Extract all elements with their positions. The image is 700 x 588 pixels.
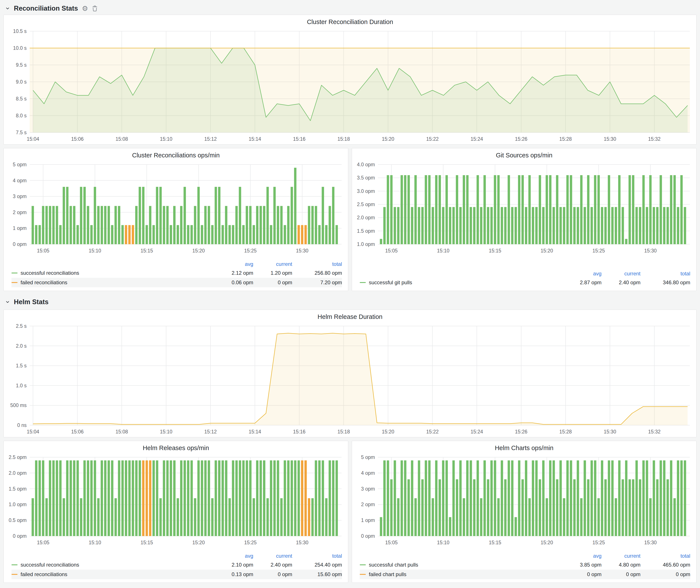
svg-text:15:04: 15:04 [27,136,39,142]
panel-title[interactable]: Helm Releases ops/min [4,441,348,453]
svg-text:15:30: 15:30 [644,540,657,545]
legend-value: 0.13 opm [210,571,253,577]
legend-series-label[interactable]: successful reconciliations [11,270,210,276]
helm-charts-opm-chart[interactable]: 15:0515:1015:1515:2015:2515:300 opm1 opm… [352,453,696,548]
legend-value: 2.40 opm [253,562,292,568]
svg-text:15:12: 15:12 [204,136,217,142]
panel-git-sources-opm: Git Sources ops/min 15:0515:1015:1515:20… [352,148,697,291]
svg-text:2.0 s: 2.0 s [16,343,27,349]
panel-title[interactable]: Git Sources ops/min [352,148,696,161]
series-color-dash [11,273,18,273]
svg-text:0 opm: 0 opm [13,241,27,247]
series-color-dash [11,282,18,283]
legend-sort-avg[interactable]: avg [210,261,253,267]
cluster-reconciliations-opm-chart[interactable]: 15:0515:1015:1515:2015:2515:300 opm1 opm… [4,161,348,256]
panel-cluster-reconciliation-duration: Cluster Reconciliation Duration 15:0415:… [3,15,697,145]
svg-text:15:18: 15:18 [337,429,350,435]
svg-text:3 opm: 3 opm [361,486,375,492]
legend-sort-total[interactable]: total [640,271,690,277]
svg-text:15:08: 15:08 [116,136,128,142]
series-color-dash [360,282,366,283]
chevron-down-icon[interactable] [5,6,10,11]
legend-sort-total[interactable]: total [292,553,342,559]
svg-text:15:22: 15:22 [426,429,439,435]
svg-text:15:05: 15:05 [385,540,398,545]
panel-cluster-reconciliations-opm: Cluster Reconciliations ops/min 15:0515:… [3,148,348,291]
svg-text:2.0 opm: 2.0 opm [357,215,375,220]
legend-value: 346.80 opm [640,279,690,286]
panel-title[interactable]: Helm Charts ops/min [352,441,696,453]
svg-text:4 opm: 4 opm [361,470,375,476]
legend-value: 2.40 opm [602,279,640,286]
legend-sort-current[interactable]: current [602,271,640,277]
svg-text:15:10: 15:10 [160,429,173,435]
svg-text:1.5 opm: 1.5 opm [357,228,375,234]
legend-series-label[interactable]: failed reconciliations [11,279,210,286]
legend-row: failed reconciliations0.13 opm0 opm15.60… [11,570,342,579]
legend-value: 2.12 opm [210,270,253,276]
legend-header-row: avgcurrenttotal [360,270,690,278]
legend-sort-current[interactable]: current [253,553,292,559]
svg-text:15:16: 15:16 [293,429,306,435]
dashboard: Reconciliation Stats ⚙ Cluster Reconcili… [0,0,700,586]
legend: avgcurrenttotalsuccessful git pulls2.87 … [352,270,696,291]
chevron-down-icon[interactable] [5,300,10,304]
gear-icon[interactable]: ⚙ [82,5,88,12]
svg-text:15:20: 15:20 [541,540,553,545]
legend-value: 0 opm [558,571,602,577]
legend-series-label[interactable]: failed chart pulls [360,571,558,577]
legend-series-label[interactable]: successful reconciliations [11,562,210,568]
legend: avgcurrenttotalsuccessful chart pulls3.8… [352,552,696,583]
legend-value: 15.60 opm [292,571,342,577]
svg-text:15:16: 15:16 [293,136,306,142]
trash-icon[interactable] [92,5,98,12]
legend-sort-avg[interactable]: avg [558,553,602,559]
svg-text:15:14: 15:14 [249,136,261,142]
svg-text:15:24: 15:24 [471,429,483,435]
svg-text:15:30: 15:30 [296,540,308,545]
svg-text:1.0 opm: 1.0 opm [357,241,375,247]
legend-series-label[interactable]: successful chart pulls [360,562,558,568]
svg-text:15:10: 15:10 [160,136,173,142]
git-sources-opm-chart[interactable]: 15:0515:1015:1515:2015:2515:301.0 opm1.5… [352,161,696,256]
legend-value: 4.80 opm [602,562,640,568]
svg-text:15:25: 15:25 [592,540,605,545]
legend-value: 3.85 opm [558,562,602,568]
svg-text:2.5 opm: 2.5 opm [357,202,375,207]
legend-sort-total[interactable]: total [640,553,690,559]
legend-series-label[interactable]: failed reconciliations [11,571,210,577]
svg-text:15:22: 15:22 [426,136,439,142]
legend-sort-current[interactable]: current [253,261,292,267]
legend-sort-total[interactable]: total [292,261,342,267]
panel-title[interactable]: Cluster Reconciliations ops/min [4,148,348,161]
legend-header-row: avgcurrenttotal [11,552,342,560]
legend-sort-avg[interactable]: avg [210,553,253,559]
helm-releases-opm-chart[interactable]: 15:0515:1015:1515:2015:2515:300 opm0.5 o… [4,453,348,548]
cluster-reconciliation-duration-chart[interactable]: 15:0415:0615:0815:1015:1215:1415:1615:18… [4,27,696,144]
section-header-reconciliation-stats[interactable]: Reconciliation Stats ⚙ [3,2,697,15]
legend-row: successful git pulls2.87 opm2.40 opm346.… [360,278,690,287]
svg-text:15:18: 15:18 [337,136,350,142]
legend-value: 254.40 opm [292,562,342,568]
panel-title[interactable]: Cluster Reconciliation Duration [4,15,696,27]
legend-sort-current[interactable]: current [602,553,640,559]
panel-title[interactable]: Helm Release Duration [4,310,696,322]
svg-text:1.5 opm: 1.5 opm [9,486,27,492]
svg-text:15:15: 15:15 [489,248,501,254]
svg-text:0 opm: 0 opm [13,533,27,539]
svg-text:1 opm: 1 opm [13,225,27,231]
svg-text:1.0 s: 1.0 s [16,383,27,388]
svg-text:2.0 opm: 2.0 opm [9,470,27,476]
helm-release-duration-chart[interactable]: 15:0415:0615:0815:1015:1215:1415:1615:18… [4,322,696,437]
svg-text:1 opm: 1 opm [361,517,375,523]
svg-text:0 ns: 0 ns [17,422,27,428]
svg-text:15:20: 15:20 [382,136,394,142]
legend-row: successful chart pulls3.85 opm4.80 opm46… [360,560,690,570]
svg-text:4.0 opm: 4.0 opm [357,162,375,167]
svg-text:8.5 s: 8.5 s [16,96,27,102]
legend-sort-avg[interactable]: avg [558,271,602,277]
svg-text:15:10: 15:10 [437,248,450,254]
legend-series-label[interactable]: successful git pulls [360,279,558,286]
svg-text:3.5 opm: 3.5 opm [357,175,375,181]
section-header-helm-stats[interactable]: Helm Stats [3,294,697,310]
